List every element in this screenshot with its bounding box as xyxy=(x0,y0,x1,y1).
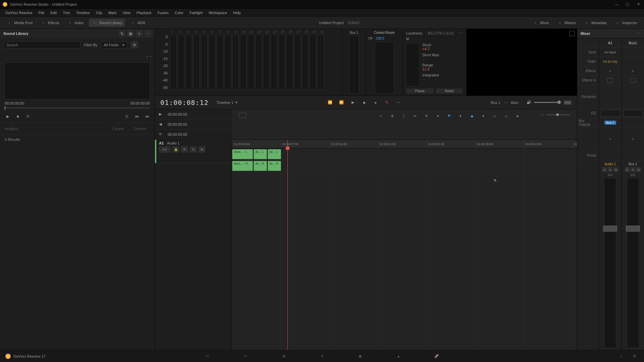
pencil-tool[interactable]: ✎ xyxy=(423,113,430,119)
mixer-cell[interactable]: + xyxy=(599,127,622,151)
zoom-slider[interactable] xyxy=(547,114,570,115)
mixer-cell[interactable] xyxy=(599,151,622,160)
flag-dropdown[interactable]: ▾ xyxy=(457,113,464,119)
filter-settings-button[interactable]: ⚙ xyxy=(131,41,138,49)
waveform-tool[interactable]: ⩙ xyxy=(491,113,498,119)
mixer-cell[interactable]: Bus1 xyxy=(622,38,644,48)
mixer-cell[interactable]: + xyxy=(622,66,644,76)
monitor-bus[interactable]: Bus 1 xyxy=(491,101,500,105)
preview-in-button[interactable]: ⎘ xyxy=(124,113,130,119)
monitor-auto[interactable]: Auto xyxy=(511,101,519,105)
track-record-button[interactable]: R xyxy=(181,146,188,153)
menu-timeline[interactable]: Timeline xyxy=(73,10,93,16)
speaker-icon[interactable]: 🔊 xyxy=(527,100,531,105)
menu-playback[interactable]: Playback xyxy=(134,10,154,16)
grid-view-button[interactable]: ▦ xyxy=(127,30,134,37)
playhead[interactable] xyxy=(287,140,288,350)
tc-row-0[interactable]: ▶00:00:00:00 xyxy=(155,109,232,119)
maximize-button[interactable]: ▢ xyxy=(625,1,631,7)
mixer-cell[interactable] xyxy=(622,118,644,127)
mixer-cell[interactable]: No Input xyxy=(599,48,622,57)
mixer-fader[interactable]: Audio 1RSM0.0 xyxy=(599,160,622,350)
preview-scrubber[interactable] xyxy=(5,107,150,109)
loudness-reset-button[interactable]: Reset xyxy=(436,88,463,94)
filter-select[interactable]: All Fields ▾ xyxy=(101,42,127,49)
stop-button[interactable]: ■ xyxy=(361,99,368,106)
menu-trim[interactable]: Trim xyxy=(60,10,73,16)
media-page-button[interactable]: ▭ xyxy=(203,352,211,360)
loudness-menu-button[interactable]: ⋯ xyxy=(459,31,463,35)
audio-clip[interactable]: de... R xyxy=(268,161,281,171)
nav-next-button[interactable]: › xyxy=(150,54,151,58)
mixer-cell[interactable] xyxy=(622,48,644,57)
track-volume[interactable]: 0.0 xyxy=(159,146,170,153)
deliver-page-button[interactable]: 🚀 xyxy=(433,352,441,360)
audio-clip[interactable]: de... L xyxy=(254,149,267,159)
fusion-page-button[interactable]: ✦ xyxy=(318,352,326,360)
menu-mark[interactable]: Mark xyxy=(106,10,119,16)
rewind-button[interactable]: ⏪ xyxy=(327,99,333,106)
menu-workspace[interactable]: Workspace xyxy=(206,10,230,16)
mixer-button[interactable]: ▫Mixer xyxy=(530,19,552,27)
record-button[interactable]: ● xyxy=(372,99,379,106)
preview-prev-button[interactable]: ⏮ xyxy=(144,113,150,119)
link-tool[interactable]: ⚭ xyxy=(434,113,441,119)
audio-clip[interactable]: dees... - L xyxy=(232,149,253,159)
mixer-cell[interactable] xyxy=(622,57,644,66)
preview-next-button[interactable]: ⏭ xyxy=(134,113,140,119)
nav-prev-button[interactable]: ‹ xyxy=(147,54,148,58)
preview-play-button[interactable]: ▶ xyxy=(5,113,11,119)
mixer-cell[interactable]: + xyxy=(622,127,644,151)
audition-confirm-button[interactable]: Confirm xyxy=(130,126,150,132)
mixer-fader[interactable]: Bus 1RSM0.0 xyxy=(622,160,644,350)
marker-dropdown[interactable]: ▾ xyxy=(480,113,487,119)
fast-forward-button[interactable]: ⏩ xyxy=(338,99,345,106)
mixer-cell[interactable] xyxy=(599,109,622,118)
dot-tool[interactable]: ● xyxy=(514,113,521,119)
menu-fusion[interactable]: Fusion xyxy=(155,10,171,16)
home-button[interactable]: ⌂ xyxy=(617,352,625,360)
menu-file[interactable]: File xyxy=(36,10,47,16)
track-solo-button[interactable]: S xyxy=(190,146,197,153)
timeline-selector[interactable]: Timeline 1 ▾ xyxy=(216,100,237,105)
inspector-button[interactable]: ▫Inspector xyxy=(612,19,640,27)
preview-stop-button[interactable]: ■ xyxy=(15,113,21,119)
range-tool[interactable]: ✛ xyxy=(389,113,395,119)
metadata-button[interactable]: ▫Metadata xyxy=(581,19,609,27)
track-mute-button[interactable]: M xyxy=(199,146,205,153)
timecode-display[interactable]: 01:00:08:12 xyxy=(160,99,208,107)
automation-button[interactable]: 〰 xyxy=(395,99,402,106)
mixer-cell[interactable]: Bus 1 xyxy=(599,118,622,127)
mixer-cell[interactable] xyxy=(622,85,644,109)
razor-tool[interactable]: ✂ xyxy=(412,113,418,119)
menu-edit[interactable]: Edit xyxy=(48,10,59,16)
menu-help[interactable]: Help xyxy=(230,10,244,16)
mixer-cell[interactable]: + xyxy=(599,66,622,76)
mixer-cell[interactable] xyxy=(622,76,644,85)
dim-button[interactable]: DIM xyxy=(564,100,572,105)
media-pool-button[interactable]: ▫Media Pool xyxy=(4,19,35,27)
edit-page-button[interactable]: ⊞ xyxy=(280,352,288,360)
audio-clip[interactable]: dees... - R xyxy=(232,161,253,171)
monitor-volume-slider[interactable] xyxy=(534,102,561,103)
play-button[interactable]: ▶ xyxy=(350,99,356,106)
tc-row-1[interactable]: ◀00:00:00:00 xyxy=(155,119,232,129)
cut-page-button[interactable]: ✂ xyxy=(241,352,250,360)
meters-button[interactable]: ▫Meters xyxy=(554,19,579,27)
selection-tool[interactable]: ↖ xyxy=(377,113,384,119)
mixer-cell[interactable]: A1 xyxy=(599,38,622,48)
track-lane-a1[interactable]: dees... - Lde... Lde... L dees... - Rde.… xyxy=(232,148,577,172)
track-lock-button[interactable]: 🔓 xyxy=(172,146,179,153)
audio-clip[interactable]: de... L xyxy=(268,149,281,159)
mixer-cell[interactable]: FX DY EQ xyxy=(599,57,622,66)
track-header-a1[interactable]: A1 Audio 1 0.0 🔓 R S M xyxy=(155,140,232,163)
flag-tool[interactable]: ⚑ xyxy=(446,113,452,119)
menu-fairlight[interactable]: Fairlight xyxy=(187,10,205,16)
mixer-cell[interactable] xyxy=(599,85,622,109)
index-button[interactable]: ▫Index xyxy=(64,19,86,27)
menu-view[interactable]: View xyxy=(120,10,133,16)
sound-library-button[interactable]: ▫Sound Library xyxy=(89,19,125,27)
preview-loop-button[interactable]: ↻ xyxy=(25,113,31,119)
menu-davinci-resolve[interactable]: DaVinci Resolve xyxy=(3,10,35,16)
close-button[interactable]: ✕ xyxy=(635,1,641,7)
